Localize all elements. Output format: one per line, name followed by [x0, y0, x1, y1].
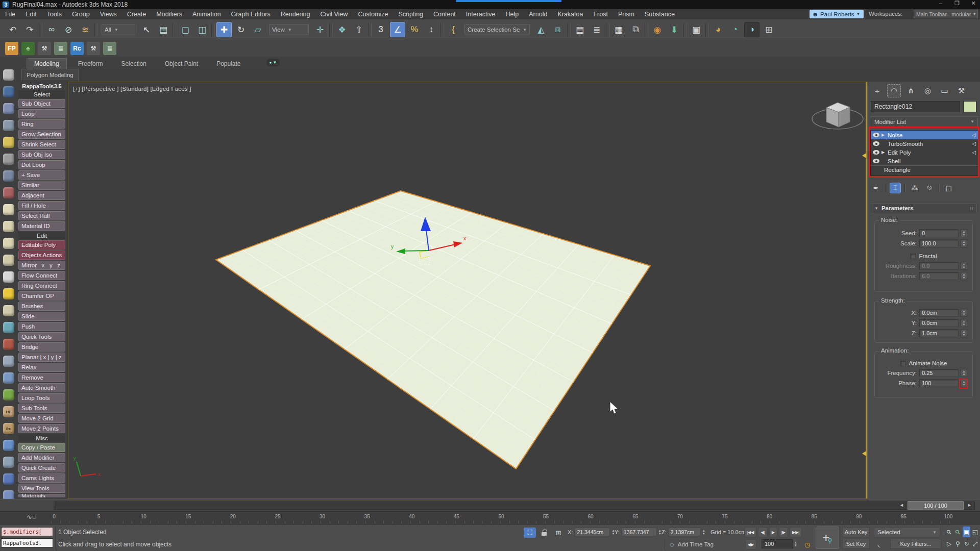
- animate-noise-checkbox[interactable]: [900, 361, 906, 366]
- strength-x-field[interactable]: 0.0cm: [919, 309, 959, 317]
- forestpack-icon[interactable]: FP: [5, 42, 18, 55]
- select-by-name-icon[interactable]: ▤: [156, 22, 171, 37]
- add-time-tag[interactable]: ◇ Add Time Tag: [670, 541, 714, 548]
- modifier-display-icon[interactable]: ◁: [972, 149, 976, 155]
- toolbar-icon[interactable]: [368, 23, 372, 36]
- menu-item[interactable]: Prism: [613, 10, 640, 19]
- modifier-row-shell[interactable]: Shell: [871, 157, 978, 165]
- rappatools-button[interactable]: Bridge: [18, 342, 65, 352]
- time-slider-track[interactable]: [54, 502, 975, 510]
- toolbar-icon[interactable]: [567, 23, 571, 36]
- rappatools-button[interactable]: Similar: [18, 181, 65, 190]
- rappatools-button[interactable]: Quick Tools: [18, 332, 65, 341]
- seed-field[interactable]: 0: [919, 229, 959, 237]
- ball-icon[interactable]: [3, 305, 14, 316]
- menu-item[interactable]: Civil View: [315, 10, 353, 19]
- seed-spinner[interactable]: ▲▼: [961, 229, 967, 237]
- toolbar-icon[interactable]: [329, 23, 333, 36]
- plane-primitive-icon[interactable]: [3, 204, 14, 215]
- visibility-eye-icon[interactable]: [873, 159, 879, 163]
- walk-through-icon[interactable]: ⚲: [954, 538, 962, 549]
- select-and-move-icon[interactable]: ✚: [216, 22, 232, 37]
- modifier-row-turbosmooth[interactable]: TurboSmooth ◁: [871, 139, 978, 148]
- rappatools-button[interactable]: Copy / Paste: [18, 443, 65, 452]
- strength-y-field[interactable]: 0.0cm: [919, 319, 959, 327]
- visibility-eye-icon[interactable]: [873, 150, 879, 155]
- base-object-row-rectangle[interactable]: Rectangle: [871, 165, 978, 174]
- railclone-lister-icon[interactable]: ≣: [103, 42, 116, 55]
- selection-filter-dropdown[interactable]: All▼: [102, 24, 135, 35]
- modifier-display-icon[interactable]: ◁: [972, 141, 976, 146]
- minimize-button[interactable]: –: [936, 0, 945, 7]
- marquee-ball-icon[interactable]: [3, 473, 14, 485]
- rock-icon[interactable]: [3, 372, 14, 384]
- create-tab-icon[interactable]: +: [870, 84, 884, 97]
- schematic-view-icon[interactable]: ⧉: [628, 22, 643, 37]
- rappatools-button[interactable]: Auto Smooth: [18, 383, 65, 392]
- sun-light-icon[interactable]: [3, 288, 14, 299]
- viewcube[interactable]: [810, 92, 866, 143]
- named-selection-sets-dropdown[interactable]: Create Selection Se▼: [464, 24, 530, 35]
- toolbar-icon[interactable]: [94, 23, 98, 36]
- strength-z-spinner[interactable]: ▲▼: [961, 329, 967, 337]
- display-tab-icon[interactable]: ▭: [938, 84, 951, 97]
- expand-arrow-icon[interactable]: ▶: [881, 150, 886, 155]
- expand-arrow-icon[interactable]: ▶: [881, 133, 886, 137]
- menu-item[interactable]: Create: [122, 10, 152, 19]
- rappatools-button[interactable]: View Tools: [18, 484, 65, 493]
- motion-tab-icon[interactable]: ◎: [921, 84, 935, 97]
- polygon-modeling-panel-tab[interactable]: Polygon Modeling: [21, 69, 79, 80]
- rappatools-button[interactable]: Move 2 Points: [18, 424, 65, 433]
- select-object-icon[interactable]: ↖: [139, 22, 154, 37]
- maximize-viewport-icon[interactable]: ⤢: [971, 538, 979, 549]
- toolbar-icon[interactable]: [211, 23, 215, 36]
- zoom-icon[interactable]: ⚲: [945, 527, 953, 537]
- menu-item[interactable]: Arnold: [524, 10, 552, 19]
- align-icon[interactable]: ⧈: [550, 22, 566, 37]
- rappatools-button[interactable]: Editable Poly: [18, 240, 65, 249]
- maximize-button[interactable]: ❐: [952, 0, 962, 7]
- rappatools-button[interactable]: Fill / Hole: [18, 201, 65, 210]
- menu-item[interactable]: Rendering: [276, 10, 315, 19]
- make-unique-icon[interactable]: ⁂: [909, 183, 920, 193]
- render-flyout-icon[interactable]: ⊞: [761, 22, 776, 37]
- object-color-swatch[interactable]: [963, 101, 976, 112]
- percent-snap-icon[interactable]: %: [407, 22, 422, 37]
- z-spinner[interactable]: ▲▼: [702, 529, 705, 535]
- toolbar-icon[interactable]: [705, 23, 709, 36]
- rappatools-button[interactable]: Brushes: [18, 302, 65, 311]
- absolute-mode-icon[interactable]: ⊞: [552, 528, 565, 538]
- configure-modifier-sets-icon[interactable]: ▤: [943, 183, 954, 193]
- render-setup-icon[interactable]: ⬇: [667, 22, 682, 37]
- rendered-frame-icon[interactable]: ▣: [689, 22, 704, 37]
- rappatools-button[interactable]: Sub Object: [18, 99, 65, 108]
- rappatools-button[interactable]: Loop Tools: [18, 393, 65, 403]
- rappatools-button[interactable]: Mirror x y z: [18, 261, 65, 270]
- workspaces-dropdown[interactable]: Main Toolbar - modular ▼: [914, 10, 978, 18]
- rappatools-button[interactable]: Ring Connect: [18, 281, 65, 290]
- toolbar-icon[interactable]: [606, 23, 609, 36]
- rappatools-button[interactable]: Loop: [18, 109, 65, 118]
- menu-item[interactable]: Help: [501, 10, 524, 19]
- rappatools-button[interactable]: Remove: [18, 373, 65, 382]
- menu-item[interactable]: Tools: [42, 10, 67, 19]
- toolbar-icon[interactable]: [39, 23, 42, 36]
- zoom-extents-icon[interactable]: ▣: [963, 527, 970, 537]
- set-keys-button[interactable]: +⚲: [816, 527, 839, 549]
- zoom-all-icon[interactable]: ⚲: [954, 527, 962, 537]
- bind-to-spacewarp-icon[interactable]: ≋: [78, 22, 93, 37]
- modify-tab-icon[interactable]: ◠: [887, 84, 901, 97]
- rappatools-button[interactable]: Slide: [18, 312, 65, 321]
- isolate-selection-icon[interactable]: ⛶: [524, 528, 536, 538]
- render-active-icon[interactable]: ◑: [744, 22, 760, 37]
- go-to-start-icon[interactable]: |◀◀: [744, 527, 756, 537]
- stack-tool-icon[interactable]: [904, 183, 905, 192]
- auto-key-button[interactable]: Auto Key: [842, 527, 870, 537]
- show-end-result-icon[interactable]: ⌶: [890, 183, 901, 193]
- rappatools-button[interactable]: Planar | x | y | z: [18, 353, 65, 362]
- orbit-icon[interactable]: ↻: [963, 538, 970, 549]
- rappatools-button[interactable]: Cams Lights: [18, 473, 65, 483]
- zoom-extents-all-icon[interactable]: ◱: [971, 527, 979, 537]
- rappatools-button[interactable]: Objects Actions: [18, 251, 65, 260]
- layer-lister-icon[interactable]: [3, 120, 14, 131]
